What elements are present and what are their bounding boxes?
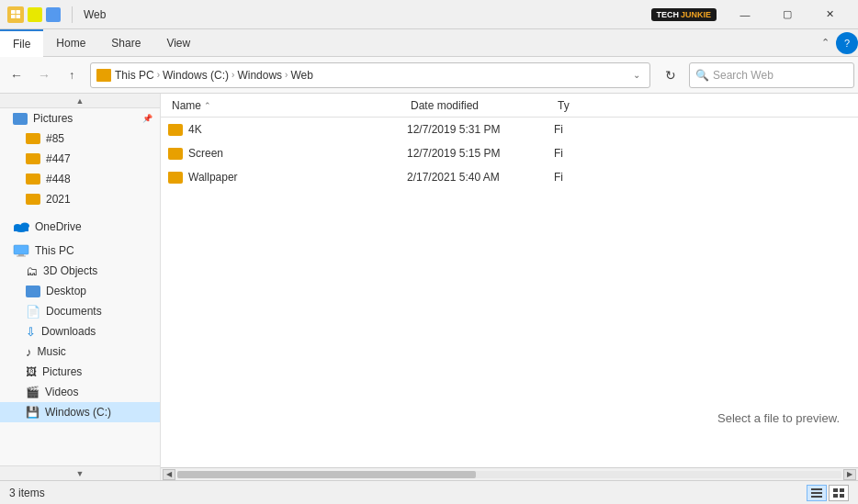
col-header-date[interactable]: Date modified xyxy=(407,99,554,112)
view-toggle xyxy=(807,485,849,501)
address-folder-icon xyxy=(96,69,111,82)
sidebar-label-3dobjects: 3D Objects xyxy=(43,264,97,277)
sidebar-item-2021[interactable]: 2021 xyxy=(0,189,160,209)
sidebar-label-thispc: This PC xyxy=(35,244,74,257)
tab-share[interactable]: Share xyxy=(98,29,153,57)
svg-rect-8 xyxy=(14,245,28,254)
file-row-wallpaper[interactable]: Wallpaper 2/17/2021 5:40 AM Fi xyxy=(161,165,858,189)
sidebar-item-85[interactable]: #85 xyxy=(0,129,160,149)
hscroll-track[interactable] xyxy=(177,471,841,478)
ribbon-expand-button[interactable]: ⌃ xyxy=(814,32,836,54)
spacer xyxy=(0,209,160,217)
file-row-4k[interactable]: 4K 12/7/2019 5:31 PM Fi xyxy=(161,118,858,141)
breadcrumb-sep2: › xyxy=(231,70,234,80)
breadcrumb-windows-c[interactable]: Windows (C:) xyxy=(163,69,229,82)
quick-save-icon[interactable] xyxy=(28,7,42,22)
pictures-icon: 🖼 xyxy=(26,365,37,378)
sidebar-scroll-down[interactable]: ▼ xyxy=(0,465,160,480)
videos-icon: 🎬 xyxy=(26,386,40,398)
sidebar-item-pictures[interactable]: 🖼 Pictures xyxy=(0,362,160,382)
file-type-screen: Fi xyxy=(554,147,627,160)
sidebar-label-onedrive: OneDrive xyxy=(35,220,82,233)
svg-rect-13 xyxy=(811,496,822,498)
address-dropdown-button[interactable]: ⌄ xyxy=(629,63,644,87)
file-label-wallpaper: Wallpaper xyxy=(188,171,238,184)
address-breadcrumb: This PC › Windows (C:) › Windows › Web xyxy=(115,69,629,82)
sidebar-scroll-up[interactable]: ▲ xyxy=(0,94,160,108)
sidebar-item-desktop[interactable]: Desktop xyxy=(0,281,160,301)
sidebar-item-3dobjects[interactable]: 🗂 3D Objects xyxy=(0,261,160,281)
sidebar-item-onedrive[interactable]: OneDrive xyxy=(0,217,160,237)
sidebar-item-music[interactable]: ♪ Music xyxy=(0,342,160,362)
view-details-button[interactable] xyxy=(807,485,827,501)
svg-rect-2 xyxy=(11,15,16,18)
tab-file[interactable]: File xyxy=(0,29,43,57)
up-button[interactable]: ↑ xyxy=(59,62,85,88)
forward-button[interactable]: → xyxy=(31,62,57,88)
sidebar-label-music: Music xyxy=(38,345,66,358)
breadcrumb-thispc[interactable]: This PC xyxy=(115,69,154,82)
sidebar-label-448: #448 xyxy=(46,173,71,185)
toolbar: ← → ↑ This PC › Windows (C:) › Windows ›… xyxy=(0,57,858,94)
help-button[interactable]: ? xyxy=(836,32,858,54)
3dobjects-icon: 🗂 xyxy=(26,264,38,278)
col-header-type[interactable]: Ty xyxy=(554,99,627,112)
folder-icon-screen xyxy=(168,148,183,160)
onedrive-icon xyxy=(13,221,29,232)
address-bar[interactable]: This PC › Windows (C:) › Windows › Web ⌄ xyxy=(90,62,650,88)
brand-junkie: JUNKIE xyxy=(681,10,711,19)
sidebar-item-447[interactable]: #447 xyxy=(0,149,160,169)
window-title: Web xyxy=(78,8,367,21)
sidebar-item-windows-c[interactable]: 💾 Windows (C:) xyxy=(0,402,160,422)
sidebar: ▲ Pictures 📌 #85 #447 #448 xyxy=(0,94,161,480)
file-row-screen[interactable]: Screen 12/7/2019 5:15 PM Fi xyxy=(161,141,858,165)
sidebar-item-448[interactable]: #448 xyxy=(0,169,160,189)
col-type-label: Ty xyxy=(558,99,570,112)
folder-icon-85 xyxy=(26,133,40,144)
music-icon: ♪ xyxy=(26,345,32,359)
view-tiles-button[interactable] xyxy=(829,485,849,501)
minimize-button[interactable]: — xyxy=(724,0,766,29)
tab-view[interactable]: View xyxy=(153,29,203,57)
hscroll-right-arrow[interactable]: ▶ xyxy=(843,469,856,480)
folder-icon-wallpaper xyxy=(168,172,183,184)
file-label-4k: 4K xyxy=(188,123,202,136)
status-bar: 3 items xyxy=(0,480,858,504)
folder-icon-4k xyxy=(168,124,183,136)
quick-back-icon[interactable] xyxy=(46,7,61,22)
scroll-up-icon: ▲ xyxy=(76,96,85,106)
close-button[interactable]: ✕ xyxy=(808,0,851,29)
refresh-button[interactable]: ↻ xyxy=(658,62,683,88)
back-button[interactable]: ← xyxy=(4,62,29,88)
svg-rect-3 xyxy=(17,15,21,18)
col-header-name[interactable]: Name ⌃ xyxy=(168,99,407,112)
file-date-4k: 12/7/2019 5:31 PM xyxy=(407,123,554,136)
ribbon: File Home Share View ⌃ ? xyxy=(0,29,858,57)
sidebar-label-documents: Documents xyxy=(46,305,102,318)
pin-icon: 📌 xyxy=(142,114,152,123)
search-icon: 🔍 xyxy=(695,69,709,82)
sidebar-item-downloads[interactable]: ⇩ Downloads xyxy=(0,321,160,342)
breadcrumb-windows[interactable]: Windows xyxy=(237,69,282,82)
file-date-wallpaper: 2/17/2021 5:40 AM xyxy=(407,171,554,184)
tab-home[interactable]: Home xyxy=(43,29,98,57)
maximize-button[interactable]: ▢ xyxy=(766,0,808,29)
sort-arrow: ⌃ xyxy=(204,101,211,110)
sidebar-item-pictures-pinned[interactable]: Pictures 📌 xyxy=(0,108,160,129)
search-placeholder: Search Web xyxy=(713,69,848,82)
downloads-icon: ⇩ xyxy=(26,325,36,339)
main-area: ▲ Pictures 📌 #85 #447 #448 xyxy=(0,94,858,480)
hscroll-left-arrow[interactable]: ◀ xyxy=(163,469,175,480)
sidebar-item-videos[interactable]: 🎬 Videos xyxy=(0,382,160,402)
search-bar[interactable]: 🔍 Search Web xyxy=(689,62,854,88)
file-label-screen: Screen xyxy=(188,147,223,160)
svg-rect-15 xyxy=(840,488,844,492)
thispc-icon xyxy=(13,244,29,257)
hscroll-thumb[interactable] xyxy=(177,471,476,478)
svg-rect-0 xyxy=(11,10,16,14)
sidebar-item-documents[interactable]: 📄 Documents xyxy=(0,301,160,321)
folder-icon-pictures xyxy=(13,113,28,125)
svg-rect-16 xyxy=(833,494,838,498)
sidebar-item-thispc-header[interactable]: This PC xyxy=(0,241,160,261)
breadcrumb-sep3: › xyxy=(285,70,288,80)
